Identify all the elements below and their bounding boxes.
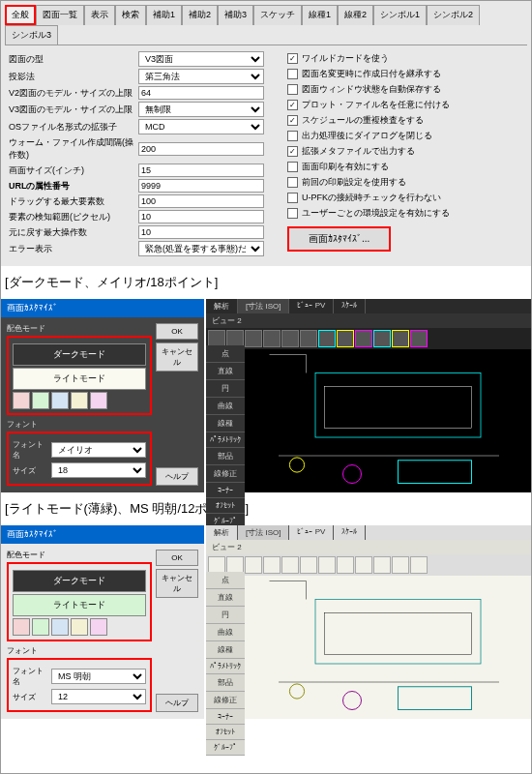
checkbox-2[interactable] (287, 84, 298, 95)
cad-tab[interactable]: 解析 (206, 299, 238, 313)
swatch[interactable] (51, 618, 69, 636)
side-tool[interactable]: 部品 (206, 448, 245, 465)
cad-drawing[interactable] (247, 572, 531, 719)
tab-2[interactable]: 表示 (84, 5, 115, 25)
cad-tab[interactable]: [寸法 ISO] (238, 525, 289, 540)
checkbox-3[interactable] (287, 100, 298, 110)
help-button[interactable]: ヘルプ (156, 467, 198, 486)
form-input-0[interactable]: V3図面 (138, 51, 264, 67)
form-input-6[interactable] (138, 164, 264, 177)
side-tool[interactable]: 円 (206, 380, 245, 398)
screen-customize-button[interactable]: 画面ｶｽﾀﾏｲｽﾞ... (287, 226, 391, 252)
tab-3[interactable]: 検索 (115, 5, 146, 25)
cad-tab[interactable]: 解析 (206, 525, 238, 540)
side-tool[interactable]: 線修正 (206, 465, 245, 483)
checkbox-8[interactable] (287, 177, 298, 188)
tab-4[interactable]: 補助1 (146, 5, 182, 25)
font-size-select[interactable]: 18 (51, 462, 146, 478)
form-input-7[interactable] (138, 179, 264, 193)
font-name-select[interactable]: メイリオ (51, 442, 146, 458)
side-tool[interactable]: 線修正 (206, 692, 245, 709)
side-tool[interactable]: 直線 (206, 363, 245, 380)
form-input-8[interactable] (138, 194, 264, 208)
form-input-1[interactable]: 第三角法 (138, 69, 264, 84)
tab-8[interactable]: 線種1 (302, 5, 338, 25)
swatch[interactable] (32, 618, 49, 636)
cad-tab[interactable]: ﾋﾞｭｰ PV (289, 525, 334, 540)
tab-1[interactable]: 図面一覧 (36, 5, 84, 25)
side-tool[interactable]: 曲線 (206, 398, 245, 415)
side-tool[interactable]: 線種 (206, 641, 245, 659)
settings-panel: 全般図面一覧表示検索補助1補助2補助3スケッチ線種1線種2シンボル1シンボル2シ… (1, 1, 531, 266)
dark-mode-button[interactable]: ダークモード (13, 343, 146, 366)
side-tool[interactable]: ｵﾌｾｯﾄ (206, 725, 245, 740)
tab-6[interactable]: 補助3 (218, 5, 253, 25)
form-input-2[interactable] (138, 86, 264, 100)
cad-drawing[interactable] (247, 345, 531, 492)
swatch[interactable] (13, 392, 30, 409)
swatch[interactable] (32, 392, 49, 409)
form-input-4[interactable]: MCD (138, 119, 264, 134)
cancel-button[interactable]: キャンセル (156, 569, 198, 598)
cad-tab[interactable]: ｽｹｰﾙ (334, 299, 366, 313)
cad-tab[interactable]: [寸法 ISO] (238, 299, 289, 313)
form-input-5[interactable] (138, 142, 264, 156)
swatch[interactable] (71, 392, 88, 409)
ok-button[interactable]: OK (156, 323, 198, 340)
checkbox-1[interactable] (287, 69, 298, 79)
side-tool[interactable]: 点 (206, 572, 245, 589)
side-tool[interactable]: ｵﾌｾｯﾄ (206, 498, 245, 514)
checkbox-0[interactable] (287, 53, 298, 64)
help-button[interactable]: ヘルプ (156, 694, 198, 712)
checkbox-4[interactable] (287, 115, 298, 126)
form-label: V2図面のモデル・サイズの上限 (9, 87, 134, 100)
cad-tab[interactable]: ﾋﾞｭｰ PV (289, 299, 334, 313)
light-mode-button[interactable]: ライトモード (13, 594, 146, 616)
side-tool[interactable]: ﾊﾟﾗﾒﾄﾘｯｸ (206, 659, 245, 674)
form-input-11[interactable]: 緊急(処置を要する事態)だけ (138, 241, 264, 256)
form-label: 元に戻す最大操作数 (9, 226, 134, 239)
side-tool[interactable]: ｸﾞﾙｰﾌﾟ (206, 740, 245, 756)
checkbox-10[interactable] (287, 208, 298, 219)
checkbox-label: 面面印刷を有効にする (302, 161, 389, 173)
tab-9[interactable]: 線種2 (338, 5, 373, 25)
side-tool[interactable]: 点 (206, 345, 245, 363)
tab-12[interactable]: シンボル3 (5, 25, 58, 45)
form-label: 図面の型 (9, 53, 134, 66)
checkbox-6[interactable] (287, 146, 298, 157)
checkbox-9[interactable] (287, 193, 298, 203)
ok-button[interactable]: OK (156, 550, 198, 566)
svg-point-9 (289, 684, 304, 699)
side-tool[interactable]: 直線 (206, 589, 245, 607)
swatch[interactable] (90, 618, 107, 636)
font-name-select[interactable]: MS 明朝 (51, 669, 146, 684)
swatch[interactable] (13, 618, 30, 636)
swatch[interactable] (51, 392, 69, 409)
tab-10[interactable]: シンボル1 (373, 5, 427, 25)
cancel-button[interactable]: キャンセル (156, 342, 198, 372)
side-tool[interactable]: ｺｰﾅｰ (206, 709, 245, 725)
side-tool[interactable]: 曲線 (206, 624, 245, 641)
checkbox-5[interactable] (287, 131, 298, 141)
swatch[interactable] (90, 392, 107, 409)
tab-7[interactable]: スケッチ (253, 5, 302, 25)
font-size-select[interactable]: 12 (51, 689, 146, 704)
side-tool[interactable]: 円 (206, 607, 245, 624)
dark-mode-button[interactable]: ダークモード (13, 570, 146, 592)
tab-5[interactable]: 補助2 (182, 5, 218, 25)
checkbox-7[interactable] (287, 162, 298, 172)
swatch[interactable] (71, 618, 88, 636)
side-tool[interactable]: 線種 (206, 415, 245, 432)
light-mode-button[interactable]: ライトモード (13, 368, 146, 390)
tab-11[interactable]: シンボル2 (427, 5, 480, 25)
side-tool[interactable]: ﾊﾟﾗﾒﾄﾘｯｸ (206, 432, 245, 448)
form-input-3[interactable]: 無制限 (138, 102, 264, 117)
form-input-9[interactable] (138, 210, 264, 223)
font-group: フォント名MS 明朝 サイズ12 (7, 658, 152, 712)
form-input-10[interactable] (138, 225, 264, 239)
side-tool[interactable]: 部品 (206, 674, 245, 692)
tab-0[interactable]: 全般 (5, 5, 36, 25)
caption-light: [ライトモード(薄緑)、MS 明朝/12ポイント] (1, 492, 531, 525)
cad-tab[interactable]: ｽｹｰﾙ (334, 525, 366, 540)
side-tool[interactable]: ｺｰﾅｰ (206, 483, 245, 498)
